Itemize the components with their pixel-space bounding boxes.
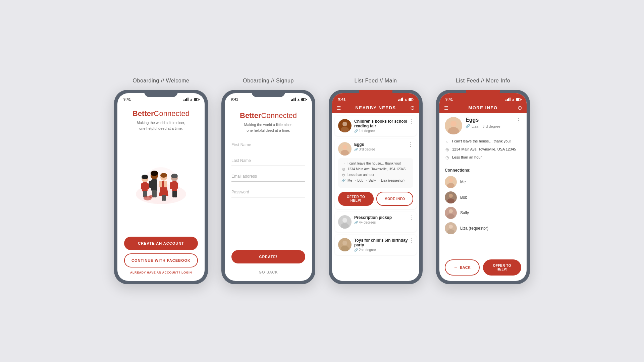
svg-rect-19 [159, 181, 162, 187]
battery-fill [194, 99, 197, 101]
phone-inner-welcome: 9:41 ▲ BetterConn [117, 93, 205, 281]
label-welcome: Oboarding // Welcome [133, 78, 190, 84]
eggs-address-row: ◎ 1234 Main Ave, Townsville, USA 12345 [341, 167, 410, 171]
screen-nearby-wrapper: List Feed // Main 9:41 ▲ [329, 78, 423, 284]
svg-rect-21 [162, 195, 164, 201]
link-icon-moreinfo: 🔗 [466, 124, 470, 128]
detail-message: ○ I can't leave the house… thank you! [445, 139, 521, 144]
profile-icon-nearby[interactable]: ⊙ [410, 105, 415, 111]
firstname-input[interactable] [231, 140, 305, 150]
hamburger-menu-icon-moreinfo[interactable]: ☰ [444, 105, 448, 111]
feed-item-toys-text: Toys for child's 6th birthday party 🔗 2n… [354, 238, 413, 252]
feed-content[interactable]: Children's books for school reading fair… [332, 113, 419, 281]
time-welcome: 9:41 [123, 97, 131, 101]
label-signup: Oboarding // Signup [243, 78, 294, 84]
svg-rect-11 [149, 181, 153, 188]
phone-inner-signup: 9:41 ▲ BetterConnected [225, 93, 312, 281]
feed-item-toys[interactable]: Toys for child's 6th birthday party 🔗 2n… [335, 235, 417, 255]
tagline-signup: Making the world a little nicer,one help… [231, 122, 305, 133]
connection-name-sally: Sally [460, 210, 469, 215]
svg-point-30 [171, 174, 178, 178]
email-input[interactable] [231, 171, 305, 182]
link-icon-books: 🔗 [354, 129, 358, 133]
moreinfo-header-title: MORE INFO [468, 105, 497, 110]
more-info-content: Eggs 🔗 Liza – 3rd degree ⋮ ○ I can't [439, 113, 527, 281]
back-button[interactable]: ← BACK [445, 259, 480, 276]
books-dots-menu[interactable]: ⋮ [409, 119, 414, 124]
prescription-item-degree: 🔗 4+ degrees [354, 221, 413, 224]
wifi-icon-signup: ▲ [297, 98, 300, 101]
feed-item-prescription[interactable]: Prescription pickup 🔗 4+ degrees ⋮ [335, 212, 417, 232]
welcome-screen: BetterConnected Making the world a littl… [117, 103, 205, 281]
detail-address: ◎ 1234 Main Ave, Townsville, USA 12345 [445, 147, 521, 152]
signal-nearby [398, 98, 403, 101]
offer-help-button[interactable]: OFFER TO HELP! [338, 192, 374, 206]
feed-item-books[interactable]: Children's books for school reading fair… [335, 116, 417, 136]
feed-item-prescription-text: Prescription pickup 🔗 4+ degrees [354, 215, 413, 224]
phone-inner-moreinfo: 9:41 ▲ ☰ MORE INFO [439, 93, 527, 281]
svg-rect-14 [154, 190, 157, 197]
spacer-signup [231, 133, 305, 140]
battery-welcome [194, 98, 199, 101]
toys-item-name: Toys for child's 6th birthday party [354, 238, 413, 247]
notch-nearby [359, 90, 392, 97]
time-moreinfo: 9:41 [445, 97, 453, 101]
eggs-header-row: Eggs 🔗 3rd degree ⋮ [338, 142, 413, 156]
moreinfo-item-text: Eggs 🔗 Liza – 3rd degree [466, 117, 513, 128]
signup-actions: CREATE! GO BACK [231, 250, 305, 274]
moreinfo-item-name: Eggs [466, 117, 513, 123]
svg-point-8 [142, 175, 148, 179]
link-icon-toys: 🔗 [354, 248, 358, 252]
eggs-message-row: ○ I can't leave the house… thank you! [341, 162, 410, 165]
hero-illustration [131, 161, 191, 207]
avatar-toys [338, 238, 352, 251]
time-nearby: 9:41 [338, 97, 345, 101]
nearby-header: ☰ NEARBY NEEDS ⊙ [332, 103, 419, 113]
avatar-large-eggs [445, 117, 462, 134]
signal-signup [291, 98, 296, 101]
svg-point-37 [342, 145, 347, 149]
more-info-button[interactable]: MORE INFO [376, 192, 413, 206]
go-back-link[interactable]: GO BACK [259, 270, 278, 274]
login-link[interactable]: ALREADY HAVE AN ACCOUNT? LOGIN [130, 271, 192, 274]
eggs-dots-menu[interactable]: ⋮ [408, 142, 413, 147]
detail-time-icon: ◷ [445, 155, 449, 160]
notch-moreinfo [466, 90, 500, 97]
lastname-input[interactable] [231, 156, 305, 166]
status-icons-welcome: ▲ [183, 98, 199, 101]
moreinfo-dots-menu[interactable]: ⋮ [516, 117, 521, 123]
detail-address-icon: ◎ [445, 147, 449, 152]
svg-point-58 [449, 225, 453, 229]
hamburger-menu-icon[interactable]: ☰ [337, 105, 341, 111]
prescription-dots-menu[interactable]: ⋮ [409, 215, 414, 221]
signal-welcome [183, 98, 189, 101]
offer-help-button-moreinfo[interactable]: OFFER TO HELP! [483, 259, 521, 276]
connection-avatar-sally [445, 207, 457, 219]
connection-name-liza: Liza (requestor) [460, 226, 488, 231]
profile-icon-moreinfo[interactable]: ⊙ [518, 105, 522, 111]
books-item-name: Children's books for school reading fair [354, 119, 413, 128]
svg-point-32 [149, 195, 153, 198]
logo-thin-welcome: Connected [154, 109, 190, 118]
toys-dots-menu[interactable]: ⋮ [409, 238, 414, 243]
logo-thin-signup: Connected [261, 111, 297, 120]
eggs-expanded-info: ○ I can't leave the house… thank you! ◎ … [338, 158, 413, 188]
status-icons-nearby: ▲ [398, 98, 413, 101]
continue-facebook-button[interactable]: CONTINUE WITH FACEBOOK [124, 253, 198, 267]
feed-item-eggs[interactable]: Eggs 🔗 3rd degree ⋮ ○ I can [335, 139, 417, 209]
books-item-degree: 🔗 1st degree [354, 129, 413, 133]
svg-point-43 [342, 241, 347, 245]
screen-welcome-wrapper: Oboarding // Welcome 9:41 ▲ [114, 78, 208, 284]
svg-rect-5 [146, 183, 149, 189]
svg-point-40 [342, 218, 347, 223]
password-input[interactable] [231, 187, 305, 197]
signal-bar-2 [185, 99, 186, 101]
battery-moreinfo [516, 98, 521, 101]
detail-message-icon: ○ [445, 139, 449, 144]
create-account-button[interactable]: CREATE AN ACCOUNT [124, 237, 198, 250]
signal-bar-4 [187, 98, 189, 101]
create-button[interactable]: CREATE! [231, 250, 305, 263]
connection-name-bob: Bob [460, 195, 467, 200]
feed-item-eggs-text: Eggs 🔗 3rd degree [354, 142, 405, 151]
svg-point-55 [449, 209, 453, 213]
